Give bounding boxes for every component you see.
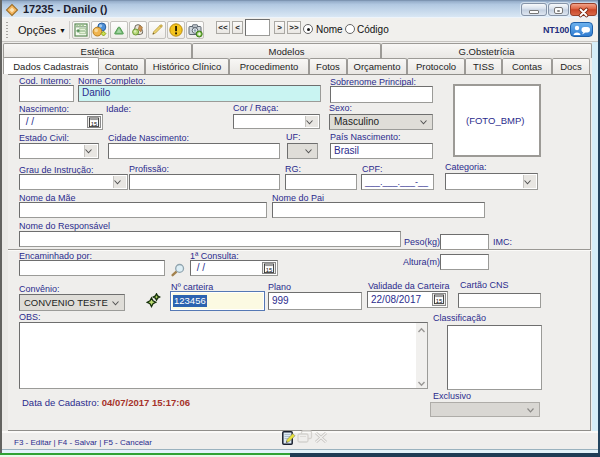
svg-text:15: 15 (91, 121, 97, 127)
svg-text:15: 15 (436, 298, 442, 304)
svg-text:15: 15 (266, 267, 272, 273)
